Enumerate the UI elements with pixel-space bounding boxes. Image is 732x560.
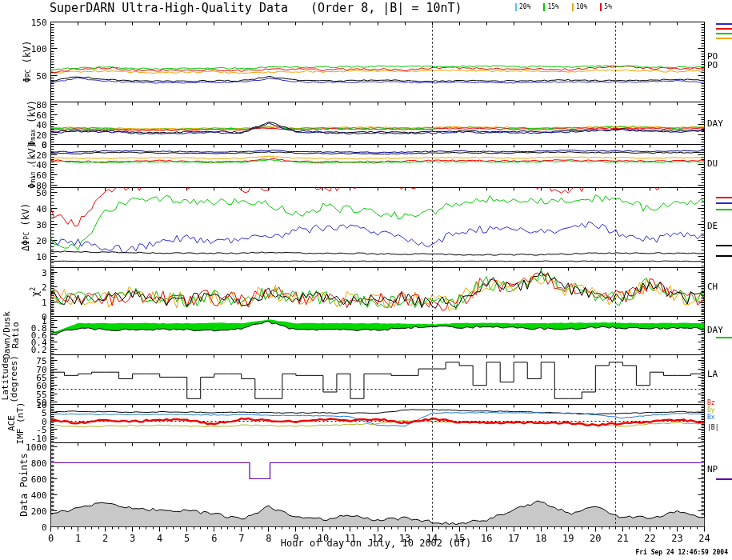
right-legend-dash [716,38,732,39]
right-label-bz: Bz [707,399,715,406]
legend-label: 20% [519,3,530,11]
right-legend-dash [716,478,732,480]
right-legend-dash [716,197,732,198]
panel-8-ylabel: ACEIMF (nT) [7,402,25,445]
legend-label: 10% [576,3,587,11]
right-legend-dash [716,209,732,210]
right-label-bx: Bx [707,414,715,421]
plot-canvas [0,0,732,560]
title-annotation: (Order 8, |B| = 10nT) [310,1,462,15]
legend-swatch-20 [515,3,517,11]
legend-label: 5% [604,3,612,11]
panel-2-ylabel: Φmax (kV) [26,100,38,146]
legend-item: 10% [572,3,587,11]
xaxis-title: Hour of day on July, 10 2002 (UT) [0,538,732,549]
right-label-de: DE [707,221,718,231]
panel-1-ylabel: ΦPC (kV) [22,41,33,83]
legend-item: 20% [515,3,530,11]
right-legend-dash [716,202,732,204]
right-legend-dash [716,23,732,25]
right-label-po: PO [707,60,718,70]
right-label-np: NP [707,464,718,474]
panel-9-ylabel: Data Points [18,453,30,516]
right-legend-dash [716,255,732,257]
timestamp: Fri Sep 24 12:46:59 2004 [635,549,728,556]
legend-swatch-15 [543,3,545,11]
quality-legend: 20% 15% 10% 5% [515,3,612,11]
panel-6-ylabel: Dawn/DuskRatio [2,311,20,359]
right-label-b: |B| [707,424,718,431]
right-legend-dash [716,337,732,338]
legend-swatch-5 [600,3,602,11]
right-label-la: LA [707,369,718,379]
right-label-by: By [707,406,715,414]
page-title: SuperDARN Ultra-High-Quality Data [50,1,288,15]
right-legend-dash [716,33,732,34]
panel-5-ylabel: χ2 [30,286,41,296]
superdarn-figure: SuperDARN Ultra-High-Quality Data (Order… [0,0,732,560]
right-label-day: DAY [707,118,723,129]
right-label-ch: CH [707,282,718,292]
right-label-du: DU [707,158,718,169]
right-legend-dash [716,28,732,30]
right-legend-dash [716,245,732,246]
right-label-day: DAY [707,325,723,335]
panel-3-ylabel: Φmin (kV) [26,142,38,189]
legend-item: 5% [600,3,612,11]
legend-swatch-10 [572,3,574,11]
panel-7-ylabel: Latitude(degrees) [1,355,18,403]
panel-4-ylabel: ΔΦPC (kV) [20,203,31,251]
legend-label: 15% [547,3,558,11]
legend-item: 15% [543,3,558,11]
